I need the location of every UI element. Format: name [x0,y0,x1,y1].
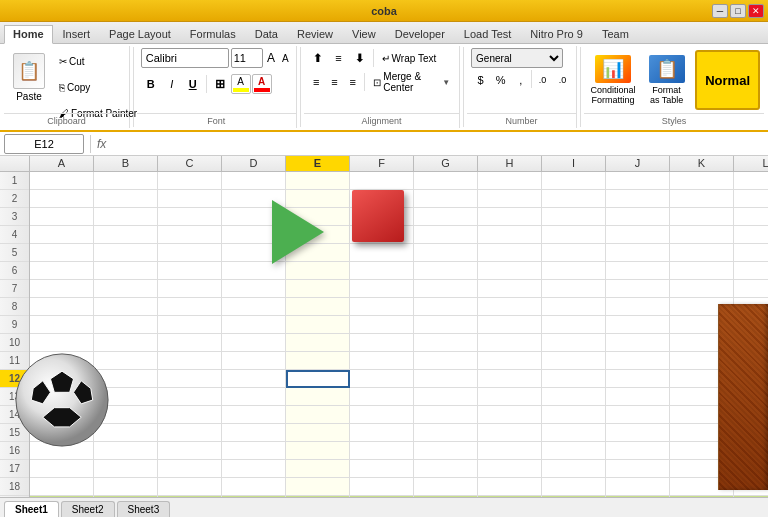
tab-nitro[interactable]: Nitro Pro 9 [521,25,592,43]
font-name-input[interactable] [141,48,229,68]
paste-button[interactable]: 📋 Paste [8,48,50,108]
row-18[interactable]: 18 [0,478,29,496]
cell-c1[interactable] [158,172,222,190]
col-header-b[interactable]: B [94,156,158,171]
tab-page-layout[interactable]: Page Layout [100,25,180,43]
cell-a2[interactable] [30,190,94,208]
cell-a1[interactable] [30,172,94,190]
sheet-tab-1[interactable]: Sheet1 [4,501,59,517]
row-11[interactable]: 11 [0,352,29,370]
bold-button[interactable]: B [141,74,161,94]
cell-b1[interactable] [94,172,158,190]
sep-num [531,70,532,88]
row-10[interactable]: 10 [0,334,29,352]
align-top-btn[interactable]: ⬆ [308,48,328,68]
copy-button[interactable]: ⎘ Copy [54,78,142,96]
format-as-table-button[interactable]: 📋 Formatas Table [642,51,691,109]
percent-btn[interactable]: % [491,70,510,90]
ribbon: 📋 Paste ✂ Cut ⎘ Copy 🖌 Format Painter Cl… [0,44,768,132]
sheet-tab-2[interactable]: Sheet2 [61,501,115,517]
row-16[interactable]: 16 [0,442,29,460]
cell-h1[interactable] [478,172,542,190]
cut-button[interactable]: ✂ Cut [54,52,142,70]
row-14[interactable]: 14 [0,406,29,424]
tab-data[interactable]: Data [246,25,287,43]
col-header-a[interactable]: A [30,156,94,171]
tab-load-test[interactable]: Load Test [455,25,521,43]
col-header-f[interactable]: F [350,156,414,171]
row-5[interactable]: 5 [0,244,29,262]
dec-increase-btn[interactable]: .0 [533,70,552,90]
merge-center-button[interactable]: ⊡ Merge & Center ▼ [368,72,455,92]
col-header-h[interactable]: H [478,156,542,171]
wrap-text-button[interactable]: ↵ Wrap Text [377,48,442,68]
maximize-btn[interactable]: □ [730,4,746,18]
col-header-j[interactable]: J [606,156,670,171]
cell-g1[interactable] [414,172,478,190]
border-button[interactable]: ⊞ [210,74,230,94]
row-9[interactable]: 9 [0,316,29,334]
row-6[interactable]: 6 [0,262,29,280]
col-header-l[interactable]: L [734,156,768,171]
grid-row-1 [30,172,768,190]
font-shrink-btn[interactable]: A [279,48,292,68]
col-header-c[interactable]: C [158,156,222,171]
fill-color-button[interactable]: A [231,74,251,94]
font-color-icon: A [258,76,265,87]
tab-team[interactable]: Team [593,25,638,43]
minimize-btn[interactable]: ─ [712,4,728,18]
row-1[interactable]: 1 [0,172,29,190]
align-bottom-btn[interactable]: ⬇ [350,48,370,68]
row-2[interactable]: 2 [0,190,29,208]
font-color-button[interactable]: A [252,74,272,94]
row-8[interactable]: 8 [0,298,29,316]
tab-home[interactable]: Home [4,25,53,44]
cell-e12[interactable] [286,370,350,388]
row-12[interactable]: 12 [0,370,29,388]
row-7[interactable]: 7 [0,280,29,298]
row-15[interactable]: 15 [0,424,29,442]
normal-style-button[interactable]: Normal [695,50,760,110]
cell-i1[interactable] [542,172,606,190]
tab-review[interactable]: Review [288,25,342,43]
col-header-e[interactable]: E [286,156,350,171]
close-btn[interactable]: ✕ [748,4,764,18]
align-middle-btn[interactable]: ≡ [329,48,349,68]
alignment-group: ⬆ ≡ ⬇ ↵ Wrap Text ≡ ≡ ≡ ⊡ Merge & Center… [304,46,461,128]
comma-btn[interactable]: , [511,70,530,90]
col-header-k[interactable]: K [670,156,734,171]
underline-button[interactable]: U [183,74,203,94]
align-right-btn[interactable]: ≡ [344,72,361,92]
align-center-btn[interactable]: ≡ [326,72,343,92]
conditional-format-button[interactable]: 📊 ConditionalFormatting [588,51,638,109]
row-3[interactable]: 3 [0,208,29,226]
number-format-select[interactable]: General Number Currency Percentage Text [471,48,563,68]
cell-k1[interactable] [670,172,734,190]
cell-e1[interactable] [286,172,350,190]
row-19[interactable]: 19 [0,496,29,497]
cell-l1[interactable] [734,172,768,190]
row-17[interactable]: 17 [0,460,29,478]
align-left-btn[interactable]: ≡ [308,72,325,92]
cell-d1[interactable] [222,172,286,190]
tab-insert[interactable]: Insert [54,25,100,43]
cell-f1[interactable] [350,172,414,190]
cell-j1[interactable] [606,172,670,190]
dec-decrease-btn[interactable]: .0 [553,70,572,90]
corner-header [0,156,30,171]
col-header-d[interactable]: D [222,156,286,171]
cell-reference-box[interactable] [4,134,84,154]
sheet-tab-3[interactable]: Sheet3 [117,501,171,517]
col-header-i[interactable]: I [542,156,606,171]
formula-input[interactable] [110,134,764,154]
font-grow-btn[interactable]: A [265,48,278,68]
currency-btn[interactable]: $ [471,70,490,90]
row-13[interactable]: 13 [0,388,29,406]
tab-view[interactable]: View [343,25,385,43]
font-size-input[interactable] [231,48,263,68]
row-4[interactable]: 4 [0,226,29,244]
italic-button[interactable]: I [162,74,182,94]
tab-developer[interactable]: Developer [386,25,454,43]
tab-formulas[interactable]: Formulas [181,25,245,43]
col-header-g[interactable]: G [414,156,478,171]
